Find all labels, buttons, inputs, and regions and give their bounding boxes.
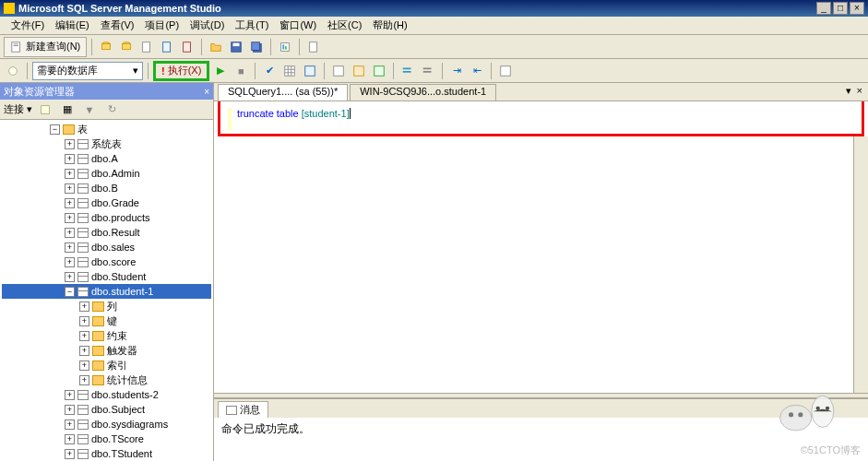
- connect-tb-4[interactable]: ↻: [102, 100, 121, 119]
- new-query-button[interactable]: 新建查询(N): [4, 37, 87, 57]
- expand-icon[interactable]: +: [79, 375, 89, 385]
- menu-edit[interactable]: 编辑(E): [50, 17, 95, 34]
- tree-node[interactable]: −dbo.student-1: [2, 284, 211, 299]
- expand-icon[interactable]: +: [65, 139, 75, 149]
- connection-icon[interactable]: [4, 62, 22, 80]
- tree-node[interactable]: +索引: [2, 358, 211, 372]
- tb2-btn-3[interactable]: [329, 62, 348, 80]
- expand-icon[interactable]: +: [65, 434, 75, 444]
- outdent-button[interactable]: ⇤: [468, 62, 486, 80]
- expand-icon[interactable]: +: [79, 361, 89, 371]
- execute-button[interactable]: ! 执行(X): [153, 61, 209, 81]
- expand-icon[interactable]: +: [65, 420, 75, 430]
- tb2-btn-5[interactable]: [370, 62, 388, 80]
- tb2-btn-8[interactable]: [496, 62, 515, 80]
- tree-node[interactable]: +dbo.Admin: [2, 166, 211, 181]
- open-button[interactable]: [207, 38, 225, 56]
- uncomment-button[interactable]: [419, 62, 437, 80]
- expand-icon[interactable]: +: [65, 228, 75, 238]
- tree-node[interactable]: +dbo.Subject: [2, 402, 211, 417]
- tree-node[interactable]: +键: [2, 313, 211, 328]
- tree-node[interactable]: +dbo.products: [2, 210, 211, 225]
- expand-icon[interactable]: +: [65, 154, 75, 164]
- menu-window[interactable]: 窗口(W): [274, 17, 322, 34]
- tab-dropdown-icon[interactable]: ▾: [844, 85, 853, 97]
- tree-node[interactable]: +dbo.TStudent: [2, 446, 211, 461]
- expand-icon[interactable]: +: [65, 198, 75, 208]
- tab-student-1[interactable]: WIN-9CSQ9J6...o.student-1: [350, 84, 496, 100]
- minimize-button[interactable]: _: [816, 2, 831, 15]
- save-button[interactable]: [227, 38, 245, 56]
- tab-close-button[interactable]: ×: [855, 85, 864, 97]
- expand-icon[interactable]: +: [79, 301, 89, 312]
- expand-icon[interactable]: +: [79, 346, 89, 356]
- tb-btn-3[interactable]: [137, 38, 156, 56]
- save-all-button[interactable]: [247, 38, 266, 56]
- menu-file[interactable]: 文件(F): [6, 17, 50, 34]
- expand-icon[interactable]: +: [65, 449, 75, 459]
- expand-icon[interactable]: +: [65, 213, 75, 223]
- tb-btn-7[interactable]: [304, 38, 323, 56]
- connect-button[interactable]: 连接 ▾: [4, 102, 32, 116]
- parse-button[interactable]: ✔: [260, 62, 279, 80]
- stop-button[interactable]: ■: [232, 62, 250, 80]
- expand-icon[interactable]: +: [79, 331, 89, 341]
- tb-btn-1[interactable]: [97, 38, 115, 56]
- expand-icon[interactable]: +: [79, 316, 89, 326]
- tb-btn-6[interactable]: [276, 38, 294, 56]
- expand-icon[interactable]: +: [65, 169, 75, 179]
- tree-node[interactable]: +dbo.sysdiagrams: [2, 417, 211, 431]
- maximize-button[interactable]: □: [833, 2, 848, 15]
- tab-sqlquery1[interactable]: SQLQuery1.... (sa (55))*: [218, 84, 348, 100]
- tb2-btn-4[interactable]: [350, 62, 368, 80]
- panel-close-button[interactable]: ×: [204, 87, 209, 97]
- tb-btn-5[interactable]: [178, 38, 196, 56]
- tb2-btn-2[interactable]: [301, 62, 319, 80]
- tree-node[interactable]: +约束: [2, 328, 211, 343]
- connect-tb-2[interactable]: ▦: [58, 100, 77, 119]
- tree-node[interactable]: +系统表: [2, 136, 211, 151]
- tree-node[interactable]: +dbo.sales: [2, 240, 211, 254]
- object-tree[interactable]: −表+系统表+dbo.A+dbo.Admin+dbo.B+dbo.Grade+d…: [0, 120, 213, 461]
- tree-node[interactable]: +dbo.students-2: [2, 387, 211, 402]
- collapse-icon[interactable]: −: [50, 124, 60, 135]
- expand-icon[interactable]: +: [65, 242, 75, 253]
- sql-editor[interactable]: truncate table [student-1]: [220, 104, 862, 134]
- vertical-scrollbar[interactable]: [853, 136, 868, 393]
- expand-icon[interactable]: +: [65, 272, 75, 282]
- menu-community[interactable]: 社区(C): [322, 17, 367, 34]
- close-button[interactable]: ×: [850, 2, 864, 15]
- tb-btn-2[interactable]: [117, 38, 136, 56]
- collapse-icon[interactable]: −: [65, 287, 75, 297]
- expand-icon[interactable]: +: [65, 183, 75, 194]
- tree-node[interactable]: +列: [2, 299, 211, 313]
- connect-tb-3[interactable]: ▼: [80, 100, 99, 119]
- indent-button[interactable]: ⇥: [447, 62, 466, 80]
- tree-node[interactable]: +dbo.Student: [2, 269, 211, 284]
- menu-help[interactable]: 帮助(H): [367, 17, 412, 34]
- menu-debug[interactable]: 调试(D): [184, 17, 230, 34]
- comment-button[interactable]: [398, 62, 417, 80]
- connect-tb-1[interactable]: [36, 100, 54, 119]
- tree-node[interactable]: +dbo.score: [2, 254, 211, 269]
- tree-node[interactable]: +dbo.Result: [2, 225, 211, 240]
- menu-project[interactable]: 项目(P): [139, 17, 184, 34]
- expand-icon[interactable]: +: [65, 390, 75, 400]
- tree-node[interactable]: −表: [2, 122, 211, 136]
- tb2-btn-1[interactable]: [280, 62, 299, 80]
- tree-node[interactable]: +统计信息: [2, 372, 211, 387]
- editor-whitespace[interactable]: [214, 136, 853, 393]
- menu-tools[interactable]: 工具(T): [230, 17, 274, 34]
- tree-node[interactable]: +dbo.TScore: [2, 431, 211, 446]
- tree-node[interactable]: +dbo.B: [2, 181, 211, 195]
- database-selector[interactable]: 需要的数据库 ▾: [32, 62, 143, 80]
- messages-tab[interactable]: 消息: [218, 401, 268, 418]
- debug-button[interactable]: ▶: [211, 62, 230, 80]
- expand-icon[interactable]: +: [65, 257, 75, 267]
- menu-view[interactable]: 查看(V): [95, 17, 140, 34]
- tree-node[interactable]: +dbo.A: [2, 151, 211, 166]
- tree-node[interactable]: +dbo.Grade: [2, 195, 211, 210]
- expand-icon[interactable]: +: [65, 405, 75, 415]
- tree-node[interactable]: +触发器: [2, 343, 211, 358]
- tb-btn-4[interactable]: [158, 38, 176, 56]
